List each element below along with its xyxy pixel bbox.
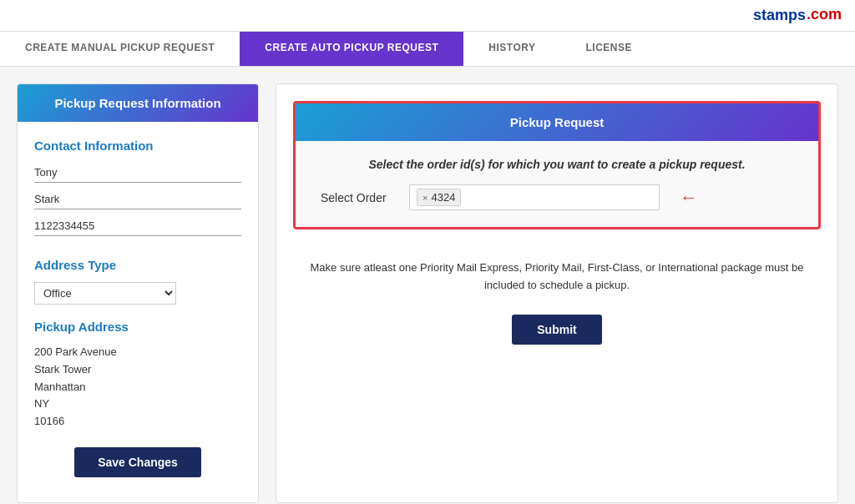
select-order-label: Select Order	[321, 191, 396, 204]
select-instruction: Select the order id(s) for which you wan…	[321, 158, 793, 171]
last-name-input[interactable]	[34, 189, 241, 209]
pickup-address-section: Pickup Address 200 Park Avenue Stark Tow…	[34, 320, 241, 431]
tab-create-manual[interactable]: CREATE MANUAL PICKUP REQUEST	[0, 32, 240, 66]
tab-history[interactable]: HISTORY	[463, 32, 560, 66]
right-panel: Pickup Request Select the order id(s) fo…	[276, 83, 838, 503]
main-content: Pickup Request Information Contact Infor…	[0, 67, 855, 504]
tab-create-auto[interactable]: CREATE AUTO PICKUP REQUEST	[240, 32, 463, 66]
address-type-select[interactable]: Office Home Other	[34, 282, 176, 305]
app-container: stamps .com CREATE MANUAL PICKUP REQUEST…	[0, 0, 855, 504]
pickup-request-box: Pickup Request Select the order id(s) fo…	[293, 101, 821, 229]
pickup-request-body: Select the order id(s) for which you wan…	[296, 141, 818, 227]
left-panel: Pickup Request Information Contact Infor…	[17, 83, 259, 503]
first-name-input[interactable]	[34, 163, 241, 183]
notice-text: Make sure atleast one Priority Mail Expr…	[276, 246, 837, 308]
arrow-right-icon: ←	[680, 187, 698, 209]
logo-stamps-text: stamps	[753, 7, 806, 24]
order-tag-value: 4324	[431, 191, 455, 204]
order-input-wrapper[interactable]: × 4324	[409, 184, 660, 210]
order-tag: × 4324	[417, 189, 461, 206]
pickup-address-title: Pickup Address	[34, 320, 241, 334]
logo: stamps .com	[753, 7, 842, 24]
contact-info-title: Contact Information	[34, 139, 241, 153]
tab-license[interactable]: LICENSE	[560, 32, 657, 66]
phone-input[interactable]	[34, 216, 241, 236]
left-panel-header: Pickup Request Information	[18, 84, 258, 122]
save-btn-wrapper: Save Changes	[34, 431, 241, 486]
save-changes-button[interactable]: Save Changes	[74, 447, 201, 477]
submit-btn-wrapper: Submit	[276, 308, 837, 365]
header: stamps .com	[0, 0, 855, 32]
address-type-section: Address Type Office Home Other	[34, 258, 241, 305]
address-type-title: Address Type	[34, 258, 241, 272]
nav-tabs: CREATE MANUAL PICKUP REQUEST CREATE AUTO…	[0, 32, 855, 67]
select-order-row: Select Order × 4324 ←	[321, 184, 793, 210]
logo-dot-com: .com	[807, 7, 842, 22]
pickup-request-header: Pickup Request	[296, 103, 818, 141]
logo-dot: .com	[807, 7, 842, 22]
left-panel-body: Contact Information Address Type Office …	[18, 122, 258, 502]
order-tag-x[interactable]: ×	[422, 193, 428, 203]
contact-fields	[34, 163, 241, 243]
pickup-address-text: 200 Park Avenue Stark Tower Manhattan NY…	[34, 344, 241, 431]
submit-button[interactable]: Submit	[512, 315, 601, 345]
